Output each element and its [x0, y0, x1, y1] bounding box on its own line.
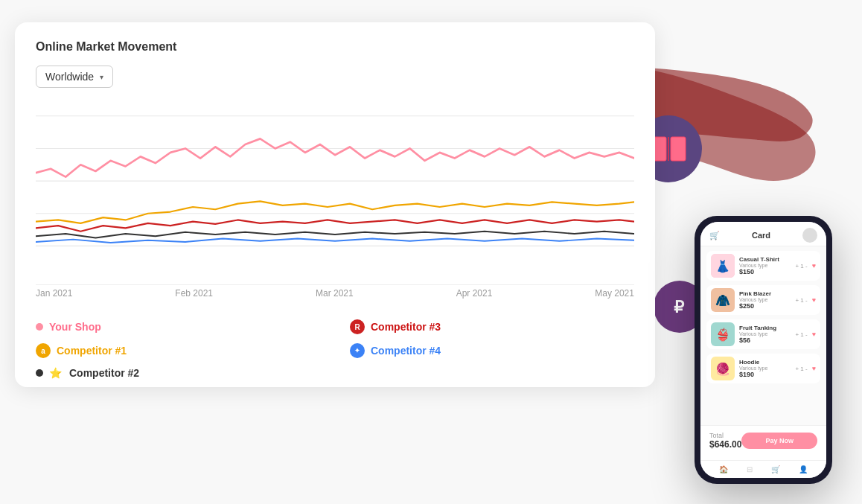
avatar [802, 228, 817, 243]
cart-icon: 🛒 [709, 231, 720, 240]
cart-items-list: 👗 Casual T-Shirt Various type $150 + 1 -… [700, 246, 826, 425]
item-name-4: Hoodie [739, 359, 791, 366]
legend-icon-competitor4: ✦ [350, 343, 365, 358]
item-price-3: $56 [739, 336, 791, 344]
total-amount: $646.00 [709, 439, 741, 450]
region-label: Worldwide [45, 71, 94, 83]
phone-nav: 🏠 ⊟ 🛒 👤 [700, 460, 826, 478]
x-label-apr: Apr 2021 [456, 288, 493, 299]
cart-item-1: 👗 Casual T-Shirt Various type $150 + 1 -… [706, 251, 820, 281]
item-thumbnail-2: 🧥 [711, 288, 735, 312]
cart-item-3: 👙 Fruit Tanking Various type $56 + 1 - ♥ [706, 319, 820, 349]
item-sub-4: Various type [739, 366, 791, 371]
legend-competitor4: ✦ Competitor #4 [350, 343, 634, 358]
legend-competitor3: R Competitor #3 [350, 319, 634, 334]
total-row: Total $646.00 Pay Now [709, 432, 817, 450]
item-sub-2: Various type [739, 297, 791, 302]
phone-screen: 🛒 Card 👗 Casual T-Shirt Various type $15… [700, 222, 826, 478]
item-heart-4[interactable]: ♥ [812, 365, 816, 372]
nav-cart-icon[interactable]: 🛒 [771, 465, 780, 473]
svg-text:🧥: 🧥 [715, 293, 730, 307]
item-controls-1[interactable]: + 1 - [795, 263, 807, 269]
item-heart-1[interactable]: ♥ [812, 262, 816, 269]
legend-dot-competitor2 [36, 369, 43, 377]
x-label-may: May 2021 [595, 288, 634, 299]
legend-competitor1: a Competitor #1 [36, 343, 320, 358]
item-name-1: Casual T-Shirt [739, 256, 791, 263]
item-controls-4[interactable]: + 1 - [795, 366, 807, 372]
x-label-feb: Feb 2021 [175, 288, 213, 299]
pay-now-button[interactable]: Pay Now [741, 433, 817, 449]
nav-profile-icon[interactable]: 👤 [799, 465, 808, 473]
item-thumbnail-4: 🧶 [711, 357, 735, 380]
legend-icon-competitor1: a [36, 343, 51, 358]
item-sub-1: Various type [739, 263, 791, 268]
phone-footer: Total $646.00 Pay Now [700, 425, 826, 460]
svg-rect-1 [671, 137, 686, 161]
item-price-1: $150 [739, 268, 791, 275]
legend-icon-competitor3: R [350, 319, 365, 334]
chevron-down-icon: ▾ [100, 73, 103, 81]
nav-home-icon[interactable]: 🏠 [719, 465, 728, 473]
total-label: Total [709, 432, 741, 439]
nav-search-icon[interactable]: ⊟ [747, 465, 753, 473]
item-sub-3: Various type [739, 331, 791, 336]
item-controls-2[interactable]: + 1 - [795, 297, 807, 304]
x-axis-labels: Jan 2021 Feb 2021 Mar 2021 Apr 2021 May … [36, 284, 634, 302]
item-controls-3[interactable]: + 1 - [795, 331, 807, 338]
legend-competitor2: ⭐ Competitor #2 [36, 367, 320, 379]
legend-your-shop: Your Shop [36, 319, 320, 334]
legend-dot-your-shop [36, 323, 43, 331]
item-heart-3[interactable]: ♥ [812, 331, 816, 338]
item-heart-2[interactable]: ♥ [812, 296, 816, 304]
legend-label-competitor3: Competitor #3 [371, 321, 441, 333]
item-thumbnail-1: 👗 [711, 254, 735, 278]
item-thumbnail-3: 👙 [711, 322, 735, 346]
chart-card: Online Market Movement Worldwide ▾ Ja [15, 22, 655, 387]
item-info-2: Pink Blazer Various type $250 [739, 290, 791, 310]
item-info-4: Hoodie Various type $190 [739, 359, 791, 378]
x-label-mar: Mar 2021 [316, 288, 354, 299]
item-info-3: Fruit Tanking Various type $56 [739, 325, 791, 344]
cart-item-2: 🧥 Pink Blazer Various type $250 + 1 - ♥ [706, 285, 820, 315]
item-price-4: $190 [739, 371, 791, 378]
item-name-2: Pink Blazer [739, 290, 791, 297]
item-name-3: Fruit Tanking [739, 325, 791, 331]
region-dropdown[interactable]: Worldwide ▾ [36, 66, 113, 88]
legend-label-competitor2: Competitor #2 [69, 367, 139, 379]
chart-title: Online Market Movement [36, 40, 634, 54]
cart-item-4: 🧶 Hoodie Various type $190 + 1 - ♥ [706, 354, 820, 383]
legend-label-competitor1: Competitor #1 [57, 345, 127, 357]
svg-text:₽: ₽ [674, 298, 685, 316]
chart-legend: Your Shop R Competitor #3 a Competitor #… [36, 319, 634, 379]
svg-text:👗: 👗 [715, 259, 730, 273]
legend-label-your-shop: Your Shop [49, 321, 101, 333]
chart-area [36, 100, 634, 278]
x-label-jan: Jan 2021 [36, 288, 72, 299]
phone-mockup: 🛒 Card 👗 Casual T-Shirt Various type $15… [695, 216, 832, 484]
phone-header: 🛒 Card [700, 222, 826, 246]
item-price-2: $250 [739, 302, 791, 310]
phone-header-title: Card [752, 231, 770, 240]
legend-label-competitor4: Competitor #4 [371, 345, 441, 357]
item-info-1: Casual T-Shirt Various type $150 [739, 256, 791, 275]
svg-text:🧶: 🧶 [715, 362, 730, 376]
svg-text:👙: 👙 [715, 328, 730, 342]
